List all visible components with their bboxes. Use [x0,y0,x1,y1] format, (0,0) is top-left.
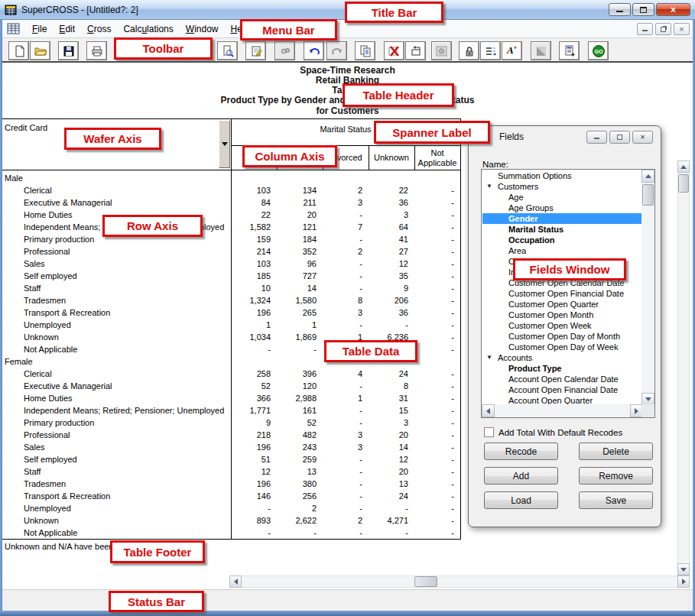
field-list-item[interactable]: Customer Open Day of Month [482,331,642,342]
vertical-scrollbar[interactable] [677,160,690,575]
add-total-checkbox[interactable]: Add Total With Default Recodes [484,427,622,437]
fields-maximize-button[interactable] [609,131,630,144]
close-button[interactable]: × [656,3,690,16]
fields-close-button[interactable]: × [632,131,653,144]
table-cell: - [369,319,414,331]
table-cell: 12 [369,258,414,270]
menu-edit[interactable]: Edit [53,21,81,37]
fields-vertical-scrollbar[interactable] [641,170,654,406]
field-list-item[interactable]: Product Type [482,363,642,374]
fields-horizontal-scrollbar[interactable] [482,404,643,417]
expander-icon[interactable]: ▼ [486,181,492,192]
new-document-button[interactable] [8,41,29,60]
row-label: Clerical [0,368,231,380]
undo-button[interactable] [304,41,324,60]
field-list-item[interactable]: Customer Open Quarter [482,299,642,310]
minimize-button[interactable] [609,3,631,16]
field-list-item[interactable]: Account Open Calendar Date [482,374,642,384]
field-list-item[interactable]: Age [482,192,642,203]
close-icon: × [640,133,645,141]
table-cell: 256 [277,490,323,502]
table-cell: - [414,221,460,233]
field-list-item[interactable]: ▼Accounts [482,352,642,363]
table-cell: 258 [231,368,277,380]
print-button[interactable] [86,41,107,60]
scroll-up-button[interactable] [677,160,690,173]
table-cell: - [414,380,460,392]
sphere-button[interactable] [431,41,452,60]
annotation-table-data: Table Data [324,340,417,362]
grid-line [414,145,415,170]
field-list-item[interactable]: Account Open Financial Date [482,384,642,395]
table-cell: - [277,527,323,539]
scroll-up-button[interactable] [641,170,654,183]
field-list-item[interactable]: Customer Open Week [482,320,642,331]
expander-icon[interactable]: ▼ [486,352,492,363]
derivations-button[interactable] [274,41,295,60]
vertical-scroll-thumb[interactable] [642,184,654,206]
shade-button[interactable] [531,41,551,60]
annotation-table-header: Table Header [343,83,454,107]
mdi-restore-button[interactable] [655,23,671,35]
copy-button[interactable] [355,41,375,60]
table-cell: - [323,490,369,502]
field-list-item[interactable]: Gender [482,213,642,224]
field-list-item[interactable]: Summation Options [482,170,642,181]
rotate-table-button[interactable] [405,41,426,60]
wafer-dropdown-button[interactable] [219,120,230,168]
font-size-button[interactable]: A+ [502,41,522,60]
menu-file[interactable]: File [26,21,53,37]
menu-calculations[interactable]: Calculations [117,21,179,37]
field-options-button[interactable] [480,41,501,60]
print-preview-button[interactable] [217,41,238,60]
field-list-item[interactable]: Area [482,245,642,256]
name-label: Name: [482,160,508,169]
save-icon [63,45,75,57]
fields-minimize-button[interactable] [586,131,607,144]
arrow-right-icon [635,408,638,414]
save-button[interactable]: Save [579,491,653,509]
lock-button[interactable] [459,41,479,60]
annotation-button[interactable] [559,41,580,60]
field-label: Area [508,246,526,255]
field-list-item[interactable]: Marital Status [482,224,642,235]
save-button[interactable] [58,41,79,60]
edit-table-button[interactable] [245,41,266,60]
field-list-item[interactable]: ▼Customers [482,181,642,192]
table-cell: - [414,343,460,355]
table-cell: 24 [369,368,414,380]
field-list-item[interactable]: Occupation [482,235,642,245]
grid-line [0,170,460,170]
document-icon[interactable] [7,23,20,34]
load-button[interactable]: Load [484,491,558,509]
add-button[interactable]: Add [484,467,558,485]
table-cell: 3 [323,429,369,441]
field-list-item[interactable]: Customer Open Month [482,310,642,320]
open-button[interactable] [30,41,50,60]
redo-button[interactable] [326,41,347,60]
table-cell: 396 [277,368,323,380]
menu-cross[interactable]: Cross [81,21,117,37]
scroll-left-button[interactable] [482,404,495,417]
horizontal-scroll-thumb[interactable] [414,576,437,587]
delete-button[interactable]: Delete [579,443,653,460]
scroll-right-button[interactable] [677,575,690,588]
table-cell: - [414,453,460,465]
menu-window[interactable]: Window [180,21,225,37]
table-cell: 1 [277,319,323,331]
horizontal-scrollbar[interactable] [229,575,690,588]
mdi-minimize-button[interactable] [637,23,653,35]
field-list-item[interactable]: Customer Open Day of Week [482,342,642,352]
scroll-left-button[interactable] [229,575,242,588]
maximize-button[interactable] [632,3,654,16]
field-list-item[interactable]: Customer Open Financial Date [482,288,642,299]
vertical-scroll-thumb[interactable] [678,174,689,193]
delete-table-button[interactable] [384,41,404,60]
go-button[interactable]: GO [588,41,609,60]
checkbox-icon[interactable] [484,427,494,437]
mdi-close-button[interactable]: × [674,23,690,35]
scroll-down-button[interactable] [677,563,690,575]
remove-button[interactable]: Remove [579,467,653,485]
field-list-item[interactable]: Age Groups [482,203,642,213]
recode-button[interactable]: Recode [484,443,558,460]
